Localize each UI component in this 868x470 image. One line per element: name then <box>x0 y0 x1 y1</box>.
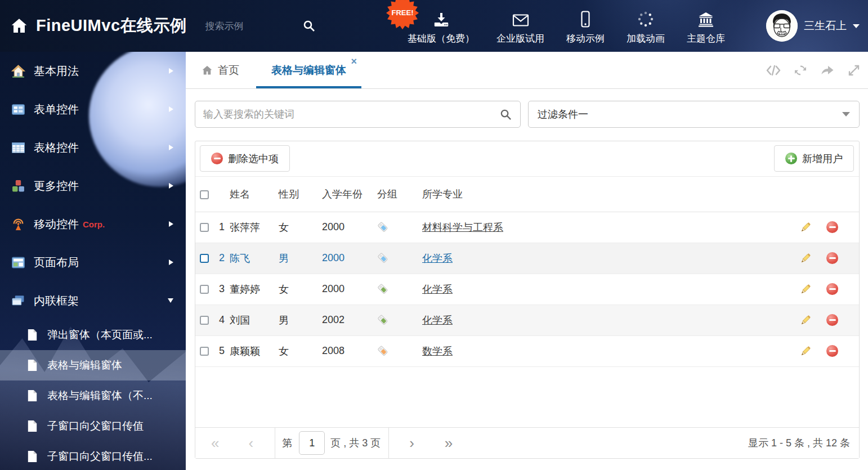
avatar[interactable] <box>766 10 798 42</box>
file-icon <box>27 359 39 371</box>
tab-tools <box>766 52 861 88</box>
sidebar-item[interactable]: 表单控件 <box>0 90 186 128</box>
free-badge: FREE! <box>385 0 420 30</box>
file-icon <box>27 329 39 341</box>
search-icon[interactable] <box>499 108 512 121</box>
user-menu[interactable]: 三生石上 <box>766 0 860 52</box>
row-index: 2 <box>216 243 227 274</box>
chevron-down-icon <box>842 112 850 117</box>
sidebar-subitem[interactable]: 表格与编辑窗体（不... <box>0 381 186 411</box>
edit-icon[interactable] <box>799 252 812 265</box>
delete-icon[interactable] <box>826 283 838 295</box>
sidebar-item[interactable]: 基本用法 <box>0 52 186 90</box>
chevron-right-icon <box>169 68 173 74</box>
page-number-input[interactable]: 1 <box>299 431 325 455</box>
add-user-label: 新增用户 <box>802 152 843 165</box>
sidebar-subitem[interactable]: 子窗口向父窗口传值 <box>0 411 186 441</box>
edit-icon[interactable] <box>799 221 812 234</box>
open-new-window-icon[interactable] <box>820 64 835 77</box>
download-icon <box>433 11 450 28</box>
table-row[interactable]: 3董婷婷女2000化学系 <box>195 274 859 305</box>
file-icon <box>27 390 39 402</box>
home-icon <box>201 65 213 76</box>
top-search-input[interactable]: 搜索示例 <box>205 19 316 33</box>
first-page-button[interactable]: « <box>211 436 219 450</box>
topnav-bank[interactable]: 主题仓库 <box>687 11 725 45</box>
row-checkbox[interactable] <box>200 316 209 325</box>
pagination-bar: « ‹ 第 1 页 , 共 3 页 › » 显示 1 - 5 条 , 共 12 … <box>195 427 859 458</box>
tab-home[interactable]: 首页 <box>201 52 239 88</box>
major-link[interactable]: 数学系 <box>422 346 453 357</box>
sidebar-item[interactable]: 内联框架 <box>0 281 186 320</box>
filter-dropdown[interactable]: 过滤条件一 <box>528 101 860 128</box>
pager-divider <box>388 428 389 458</box>
delete-icon[interactable] <box>826 252 838 264</box>
row-index: 1 <box>216 212 227 243</box>
grid-icon <box>11 141 26 155</box>
sidebar-subitem[interactable]: 表格与编辑窗体 <box>0 350 186 381</box>
table-row[interactable]: 1张萍萍女2000材料科学与工程系 <box>195 212 859 243</box>
column-header[interactable]: 入学年份 <box>319 177 374 212</box>
delete-selected-button[interactable]: 删除选中项 <box>200 145 290 172</box>
cell-year: 2000 <box>319 243 374 274</box>
close-icon[interactable]: × <box>351 56 357 66</box>
table-row[interactable]: 4刘国男2002化学系 <box>195 305 859 335</box>
last-page-button[interactable]: » <box>445 436 453 450</box>
grid-toolbar: 删除选中项 新增用户 <box>195 141 859 177</box>
refresh-icon[interactable] <box>793 64 808 77</box>
pager-divider <box>275 428 275 458</box>
table-row[interactable]: 2陈飞男2000化学系 <box>195 243 859 274</box>
row-checkbox[interactable] <box>200 285 209 294</box>
topnav-spinner[interactable]: 加载动画 <box>627 11 665 45</box>
chevron-right-icon <box>169 106 173 112</box>
home-logo-icon[interactable] <box>10 17 29 35</box>
delete-icon[interactable] <box>826 314 838 326</box>
cell-gender: 女 <box>276 335 319 366</box>
delete-icon[interactable] <box>826 221 838 233</box>
prev-page-button[interactable]: ‹ <box>248 436 253 450</box>
table-row[interactable]: 5康颖颖女2008数学系 <box>195 335 859 366</box>
sidebar-item[interactable]: 移动控件Corp. <box>0 205 186 243</box>
edit-icon[interactable] <box>799 283 812 296</box>
sidebar-item[interactable]: 表格控件 <box>0 128 186 167</box>
tag-icon <box>377 221 389 233</box>
search-icon[interactable] <box>302 19 316 33</box>
topnav-envelope[interactable]: 企业版试用 <box>496 11 544 45</box>
topnav-label: 企业版试用 <box>496 32 544 45</box>
topnav-label: 基础版（免费） <box>408 32 475 45</box>
next-page-button[interactable]: › <box>409 436 414 450</box>
fullscreen-icon[interactable] <box>847 64 861 77</box>
delete-icon[interactable] <box>826 345 838 357</box>
source-code-icon[interactable] <box>766 64 781 77</box>
row-checkbox[interactable] <box>200 254 209 263</box>
major-link[interactable]: 化学系 <box>422 284 453 295</box>
major-link[interactable]: 化学系 <box>422 315 453 326</box>
add-user-button[interactable]: 新增用户 <box>774 145 854 172</box>
row-checkbox[interactable] <box>200 223 209 232</box>
keyword-search-input[interactable]: 输入要搜索的关键词 <box>195 101 521 128</box>
top-header: FineUIMvc在线示例 搜索示例 FREE! 基础版（免费）企业版试用移动示… <box>0 0 868 52</box>
bank-icon <box>697 11 714 28</box>
sidebar-item[interactable]: 页面布局 <box>0 243 186 281</box>
column-header[interactable]: 分组 <box>374 177 419 212</box>
home-icon <box>11 64 26 78</box>
chevron-down-icon <box>853 24 860 28</box>
major-link[interactable]: 材料科学与工程系 <box>422 222 503 233</box>
edit-icon[interactable] <box>799 345 812 357</box>
sidebar-item[interactable]: 更多控件 <box>0 167 186 205</box>
column-header[interactable]: 性别 <box>276 177 319 212</box>
column-header[interactable]: 姓名 <box>227 177 276 212</box>
column-header[interactable]: 所学专业 <box>419 177 797 212</box>
cubes-icon <box>11 179 26 193</box>
topnav-mobile[interactable]: 移动示例 <box>566 11 605 45</box>
edit-icon[interactable] <box>799 314 812 326</box>
corp-badge: Corp. <box>83 220 105 229</box>
tab-active[interactable]: 表格与编辑窗体 × <box>256 52 361 88</box>
sidebar-subitem[interactable]: 弹出窗体（本页面或... <box>0 320 186 350</box>
sidebar-subitem[interactable]: 子窗口向父窗口传值... <box>0 441 186 470</box>
select-all-checkbox[interactable] <box>200 190 209 199</box>
cell-year: 2000 <box>319 274 374 305</box>
major-link[interactable]: 化学系 <box>422 253 453 264</box>
row-checkbox[interactable] <box>200 347 209 356</box>
cell-gender: 男 <box>276 243 319 274</box>
